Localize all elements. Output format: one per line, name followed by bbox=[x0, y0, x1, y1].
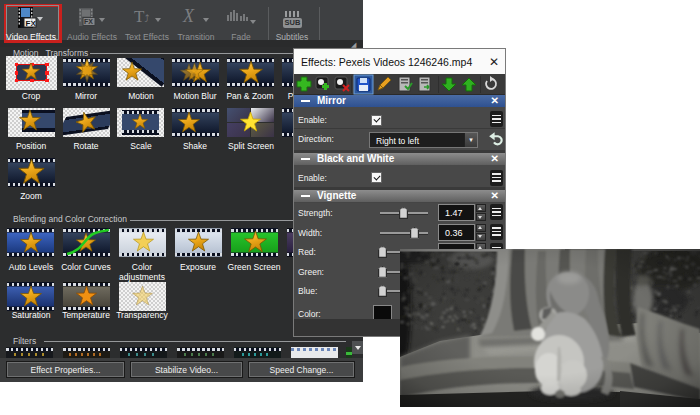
svg-text:FX: FX bbox=[26, 19, 37, 28]
svg-text:FX: FX bbox=[84, 18, 93, 25]
